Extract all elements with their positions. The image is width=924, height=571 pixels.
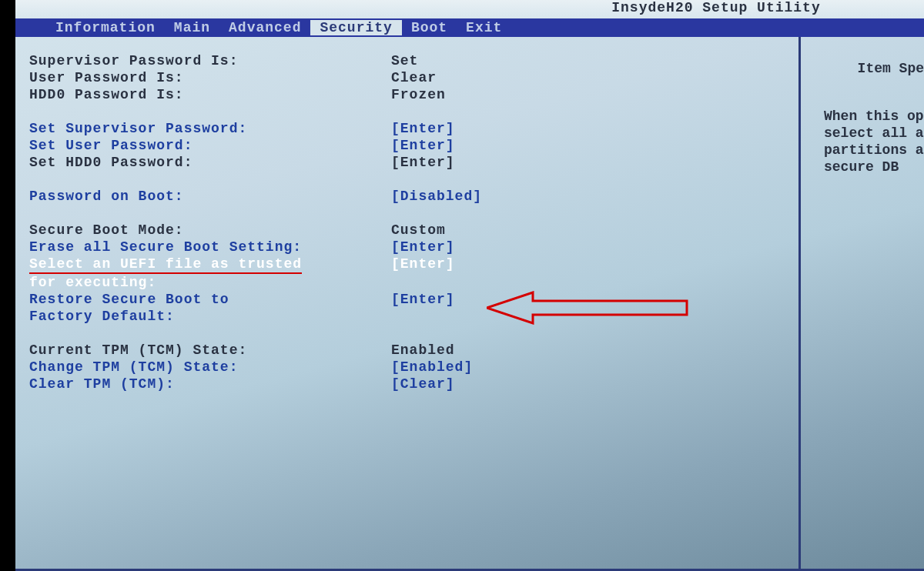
setting-label: User Password Is: [29, 69, 391, 86]
setting-row[interactable]: Set Supervisor Password:[Enter] [29, 120, 798, 137]
setting-value: Clear [391, 69, 798, 86]
spacer [29, 325, 798, 342]
menu-tab-advanced[interactable]: Advanced [219, 20, 310, 35]
setting-value[interactable]: [Enter] [391, 239, 798, 255]
setting-value[interactable]: [Disabled] [391, 188, 798, 205]
setting-value[interactable]: [Clear] [391, 376, 798, 392]
setting-row[interactable]: for executing: [29, 274, 798, 291]
setting-row[interactable]: Select an UEFI file as trusted[Enter] [29, 255, 798, 274]
setting-value[interactable] [391, 274, 798, 291]
menu-tab-boot[interactable]: Boot [402, 20, 457, 35]
setting-label: Clear TPM (TCM): [29, 376, 391, 392]
setting-label: Set Supervisor Password: [29, 120, 391, 137]
setting-value[interactable]: [Enter] [391, 255, 798, 274]
menu-tab-main[interactable]: Main [165, 20, 219, 35]
setting-value[interactable] [391, 308, 798, 325]
setting-row[interactable]: Erase all Secure Boot Setting:[Enter] [29, 239, 798, 255]
setting-label: Restore Secure Boot to [29, 291, 391, 308]
menu-bar: InformationMainAdvancedSecurityBootExit [15, 18, 924, 37]
setting-label: Secure Boot Mode: [29, 222, 391, 239]
spacer [29, 103, 798, 120]
help-line: secure DB [824, 159, 924, 175]
setting-label: Set User Password: [29, 137, 391, 154]
setting-value[interactable]: [Enter] [391, 120, 798, 137]
setting-value[interactable]: Custom [391, 222, 798, 239]
setting-value[interactable]: [Enter] [391, 154, 798, 171]
menu-tab-information[interactable]: Information [46, 20, 165, 35]
setting-value: Set [391, 52, 798, 69]
help-title: Item Spe [824, 60, 924, 77]
help-line: When this op [824, 108, 924, 125]
help-line: select all a [824, 125, 924, 142]
setting-label: Set HDD0 Password: [29, 154, 391, 171]
menu-tab-security[interactable]: Security [310, 20, 401, 35]
setting-row: Current TPM (TCM) State:Enabled [29, 342, 798, 359]
setting-row: User Password Is:Clear [29, 69, 798, 86]
utility-title: InsydeH20 Setup Utility [15, 0, 924, 18]
help-panel: Item Spe When this op select all a parti… [801, 37, 924, 571]
spacer [29, 205, 798, 222]
setting-value[interactable]: [Enter] [391, 137, 798, 154]
setting-label: for executing: [29, 274, 391, 291]
panels: Supervisor Password Is:SetUser Password … [15, 37, 924, 571]
setting-row[interactable]: Password on Boot:[Disabled] [29, 188, 798, 205]
setting-value: Enabled [391, 342, 798, 359]
setting-label: Erase all Secure Boot Setting: [29, 239, 391, 255]
setting-label: HDD0 Password Is: [29, 86, 391, 103]
setting-row[interactable]: Factory Default: [29, 308, 798, 325]
setting-label: Supervisor Password Is: [29, 52, 391, 69]
setting-row: HDD0 Password Is:Frozen [29, 86, 798, 103]
setting-row[interactable]: Clear TPM (TCM):[Clear] [29, 376, 798, 392]
setting-row[interactable]: Set HDD0 Password:[Enter] [29, 154, 798, 171]
setting-label: Current TPM (TCM) State: [29, 342, 391, 359]
menu-tab-exit[interactable]: Exit [457, 20, 511, 35]
bios-screen: InsydeH20 Setup Utility InformationMainA… [15, 0, 924, 571]
setting-label: Password on Boot: [29, 188, 391, 205]
setting-row: Supervisor Password Is:Set [29, 52, 798, 69]
main-panel: Supervisor Password Is:SetUser Password … [15, 37, 801, 571]
setting-value[interactable]: [Enabled] [391, 359, 798, 376]
setting-row[interactable]: Set User Password:[Enter] [29, 137, 798, 154]
setting-label: Change TPM (TCM) State: [29, 359, 391, 376]
setting-row[interactable]: Restore Secure Boot to[Enter] [29, 291, 798, 308]
setting-label: Select an UEFI file as trusted [29, 255, 391, 274]
help-line: partitions a [824, 142, 924, 159]
setting-value: Frozen [391, 86, 798, 103]
setting-value[interactable]: [Enter] [391, 291, 798, 308]
setting-label: Factory Default: [29, 308, 391, 325]
setting-row[interactable]: Secure Boot Mode:Custom [29, 222, 798, 239]
setting-row[interactable]: Change TPM (TCM) State:[Enabled] [29, 359, 798, 376]
spacer [29, 171, 798, 188]
